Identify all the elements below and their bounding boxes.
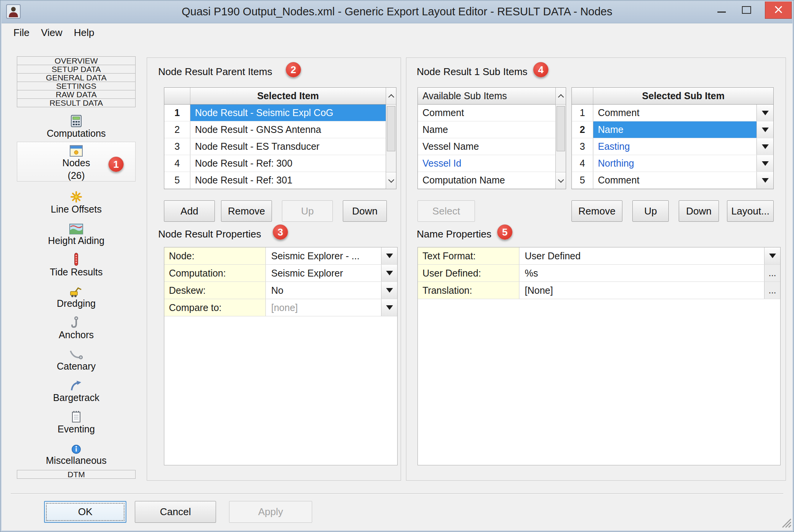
sidebar-item-miscellaneous[interactable]: Miscellaneous xyxy=(17,440,136,470)
resize-grip[interactable] xyxy=(781,517,792,530)
dropdown-arrow[interactable] xyxy=(381,299,397,316)
ellipsis-button[interactable]: ... xyxy=(764,282,780,299)
layout-button[interactable]: Layout... xyxy=(727,200,774,222)
scroll-down-button[interactable] xyxy=(556,172,566,189)
user-defined-field[interactable]: %s xyxy=(519,265,764,282)
selected-sub-item-row[interactable]: 3 Easting xyxy=(572,138,773,155)
translation-field[interactable]: [None] xyxy=(519,282,764,299)
add-button[interactable]: Add xyxy=(164,200,215,222)
nodes-icon xyxy=(17,142,135,157)
compare-to-combo[interactable]: [none] xyxy=(266,299,381,316)
parent-item-text[interactable]: Node Result - GNSS Antenna xyxy=(190,121,386,138)
scrollbar[interactable] xyxy=(555,88,566,189)
selected-sub-item-row[interactable]: 4 Northing xyxy=(572,155,773,172)
sidebar-header-general-data[interactable]: GENERAL DATA xyxy=(17,73,136,82)
dredging-icon xyxy=(17,283,136,297)
up-sub-item-button[interactable]: Up xyxy=(632,200,669,222)
selected-sub-item-combo[interactable]: Easting xyxy=(593,138,756,155)
available-sub-item-text[interactable]: Computation Name xyxy=(418,172,555,188)
sidebar-header-setup-data[interactable]: SETUP DATA xyxy=(17,65,136,74)
sidebar-item-bargetrack[interactable]: Bargetrack xyxy=(17,377,136,407)
remove-sub-item-button[interactable]: Remove xyxy=(571,200,622,222)
sidebar-header-result-data[interactable]: RESULT DATA xyxy=(17,98,136,107)
minimize-button[interactable] xyxy=(717,11,726,13)
selected-sub-item-combo[interactable]: Northing xyxy=(593,155,756,172)
down-button[interactable]: Down xyxy=(343,200,387,222)
sidebar-item-dredging[interactable]: Dredging xyxy=(17,283,136,313)
available-sub-item-text[interactable]: Comment xyxy=(418,105,555,121)
available-sub-item-text[interactable]: Vessel Id xyxy=(418,155,555,172)
ellipsis-button[interactable]: ... xyxy=(764,265,780,282)
node-combo[interactable]: Seismic Explorer - ... xyxy=(266,247,381,264)
property-label: User Defined: xyxy=(418,265,519,282)
sidebar-header-raw-data[interactable]: RAW DATA xyxy=(17,90,136,99)
sidebar-header-settings[interactable]: SETTINGS xyxy=(17,82,136,90)
scrollbar-thumb[interactable] xyxy=(557,106,565,151)
selected-sub-item-combo[interactable]: Comment xyxy=(593,172,756,188)
sidebar-item-line-offsets[interactable]: Line Offsets xyxy=(17,188,136,218)
sidebar-item-height-aiding[interactable]: Height Aiding xyxy=(17,220,136,250)
available-sub-item[interactable]: Computation Name xyxy=(418,172,555,189)
dropdown-arrow[interactable] xyxy=(764,247,780,264)
row-number: 3 xyxy=(572,138,593,155)
dropdown-arrow[interactable] xyxy=(756,172,773,188)
computation-combo[interactable]: Seismic Explorer xyxy=(266,265,381,282)
dropdown-arrow[interactable] xyxy=(381,247,397,264)
selected-sub-item-combo[interactable]: Comment xyxy=(593,105,756,121)
parent-item-row[interactable]: 4 Node Result - Ref: 300 xyxy=(164,155,386,172)
dropdown-arrow[interactable] xyxy=(756,155,773,172)
maximize-button[interactable] xyxy=(742,6,751,14)
sidebar-item-label: Height Aiding xyxy=(17,234,136,247)
available-sub-item[interactable]: Vessel Id xyxy=(418,155,555,172)
parent-item-row[interactable]: 3 Node Result - ES Transducer xyxy=(164,138,386,155)
available-sub-item[interactable]: Name xyxy=(418,121,555,138)
parent-item-text[interactable]: Node Result - Ref: 300 xyxy=(190,155,386,172)
sidebar-item-anchors[interactable]: Anchors xyxy=(17,314,136,344)
sidebar-item-computations[interactable]: Computations xyxy=(17,113,136,142)
sidebar-item-nodes[interactable]: Nodes (26) 1 xyxy=(17,142,136,182)
sidebar-header-overview[interactable]: OVERVIEW xyxy=(17,56,136,65)
parent-item-text[interactable]: Node Result - Ref: 301 xyxy=(190,172,386,188)
available-sub-item-text[interactable]: Vessel Name xyxy=(418,138,555,155)
dropdown-arrow[interactable] xyxy=(381,282,397,299)
scrollbar[interactable] xyxy=(386,88,396,189)
available-sub-item-text[interactable]: Name xyxy=(418,121,555,138)
sidebar-item-catenary[interactable]: Catenary xyxy=(17,345,136,375)
selected-sub-item-row[interactable]: 1 Comment xyxy=(572,105,773,121)
remove-button[interactable]: Remove xyxy=(221,200,272,222)
parent-item-row[interactable]: 5 Node Result - Ref: 301 xyxy=(164,172,386,189)
selected-sub-item-combo[interactable]: Name xyxy=(593,121,756,138)
available-sub-item[interactable]: Vessel Name xyxy=(418,138,555,155)
close-button[interactable] xyxy=(765,0,792,19)
down-sub-item-button[interactable]: Down xyxy=(679,200,719,222)
parent-item-row[interactable]: 1 Node Result - Seismic Expl CoG xyxy=(164,105,386,121)
dropdown-arrow[interactable] xyxy=(756,105,773,121)
menu-help[interactable]: Help xyxy=(68,25,100,41)
dropdown-arrow[interactable] xyxy=(756,121,773,138)
dropdown-arrow[interactable] xyxy=(381,265,397,282)
parent-item-text[interactable]: Node Result - ES Transducer xyxy=(190,138,386,155)
selected-sub-item-row[interactable]: 5 Comment xyxy=(572,172,773,189)
cancel-button[interactable]: Cancel xyxy=(135,501,216,523)
text-format-combo[interactable]: User Defined xyxy=(519,247,764,264)
available-sub-item[interactable]: Comment xyxy=(418,105,555,121)
ok-button[interactable]: OK xyxy=(44,501,126,523)
deskew-combo[interactable]: No xyxy=(266,282,381,299)
menu-view[interactable]: View xyxy=(35,25,68,41)
menu-file[interactable]: File xyxy=(8,25,35,41)
scroll-down-button[interactable] xyxy=(386,172,396,189)
up-button[interactable]: Up xyxy=(282,200,333,222)
scrollbar-thumb[interactable] xyxy=(387,106,395,151)
select-button[interactable]: Select xyxy=(417,200,475,222)
parent-item-text[interactable]: Node Result - Seismic Expl CoG xyxy=(190,105,386,121)
selected-sub-item-row[interactable]: 2 Name xyxy=(572,121,773,138)
parent-item-row[interactable]: 2 Node Result - GNSS Antenna xyxy=(164,121,386,138)
scroll-up-button[interactable] xyxy=(556,88,566,105)
sidebar-item-tide-results[interactable]: Tide Results xyxy=(17,251,136,281)
dropdown-arrow[interactable] xyxy=(756,138,773,155)
title-bar[interactable]: Quasi P190 Output_Nodes.xml - Generic Ex… xyxy=(0,0,794,23)
scroll-up-button[interactable] xyxy=(386,88,396,105)
apply-button[interactable]: Apply xyxy=(229,501,312,523)
sidebar-header-dtm[interactable]: DTM xyxy=(17,470,136,479)
sidebar-item-eventing[interactable]: Eventing xyxy=(17,408,136,438)
